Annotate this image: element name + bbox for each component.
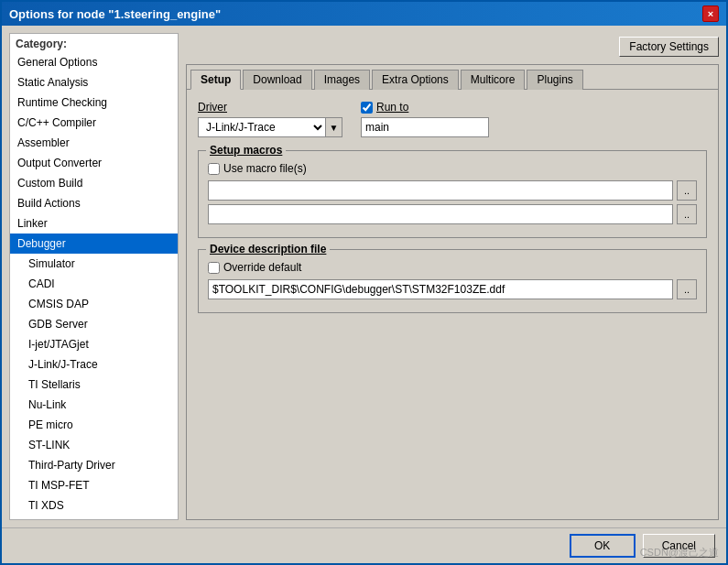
tab-bar: SetupDownloadImagesExtra OptionsMulticor…	[187, 65, 718, 90]
sidebar-item-cadi[interactable]: CADI	[10, 274, 178, 294]
device-desc-content: Override default ..	[208, 261, 697, 299]
sidebar-item-assembler[interactable]: Assembler	[10, 133, 178, 153]
main-dialog: Options for node "1.steering_engine" × C…	[0, 0, 728, 565]
run-to-checkbox[interactable]	[361, 102, 373, 114]
sidebar-item-jlink[interactable]: J-Link/J-Trace	[10, 354, 178, 375]
macro-file2-input[interactable]	[208, 204, 673, 224]
close-button[interactable]: ×	[702, 5, 719, 22]
tab-plugins[interactable]: Plugins	[527, 70, 582, 90]
sidebar-item-pe-micro[interactable]: PE micro	[10, 415, 178, 435]
sidebar-item-ijet[interactable]: I-jet/JTAGjet	[10, 334, 178, 354]
sidebar-item-build-actions[interactable]: Build Actions	[10, 193, 178, 213]
sidebar-item-gdb-server[interactable]: GDB Server	[10, 314, 178, 334]
macro-file2-browse[interactable]: ..	[677, 204, 697, 224]
use-macro-files-checkbox[interactable]	[208, 163, 220, 175]
sidebar-item-third-party[interactable]: Third-Party Driver	[10, 455, 178, 475]
use-macro-files-row: Use macro file(s)	[208, 162, 697, 175]
ok-button[interactable]: OK	[570, 534, 636, 558]
dialog-title: Options for node "1.steering_engine"	[9, 7, 221, 21]
device-desc-path-row: ..	[208, 279, 697, 299]
tab-setup[interactable]: Setup	[190, 70, 241, 90]
driver-dropdown-arrow[interactable]: ▼	[326, 117, 342, 137]
setup-macros-group: Setup macros Use macro file(s) ..	[198, 150, 707, 238]
sidebar-item-runtime-checking[interactable]: Runtime Checking	[10, 92, 178, 113]
device-desc-path-input[interactable]	[208, 279, 673, 299]
setup-macros-content: Use macro file(s) .. ..	[208, 162, 697, 224]
use-macro-files-label: Use macro file(s)	[223, 162, 307, 175]
tab-multicore[interactable]: Multicore	[461, 70, 526, 90]
runmain-col: Run to	[361, 101, 489, 137]
sidebar-item-ti-stellaris[interactable]: TI Stellaris	[10, 375, 178, 395]
run-to-label: Run to	[376, 101, 408, 114]
dialog-footer: OK Cancel	[2, 527, 726, 563]
device-desc-browse[interactable]: ..	[677, 279, 697, 299]
tab-images[interactable]: Images	[314, 70, 370, 90]
driver-runmain-row: Driver J-Link/J-Trace ▼ Run	[198, 101, 707, 137]
watermark: CSDN@渡己之道	[640, 546, 719, 560]
factory-row: Factory Settings	[186, 33, 719, 59]
macro-file2-row: ..	[208, 204, 697, 224]
macro-file1-input[interactable]	[208, 180, 673, 201]
macro-file1-browse[interactable]: ..	[677, 180, 697, 201]
sidebar-item-simulator[interactable]: Simulator	[10, 254, 178, 274]
runmain-check-row: Run to	[361, 101, 489, 114]
tab-download[interactable]: Download	[243, 70, 311, 90]
device-desc-title: Device description file	[206, 243, 330, 255]
sidebar-item-linker[interactable]: Linker	[10, 213, 178, 234]
device-desc-group: Device description file Override default…	[198, 249, 707, 313]
sidebar-item-custom-build[interactable]: Custom Build	[10, 173, 178, 193]
setup-macros-title: Setup macros	[206, 144, 286, 157]
driver-col: Driver J-Link/J-Trace ▼	[198, 101, 342, 137]
driver-label: Driver	[198, 101, 342, 114]
tab-extra-options[interactable]: Extra Options	[372, 70, 459, 90]
override-default-row: Override default	[208, 261, 697, 274]
sidebar-item-nu-link[interactable]: Nu-Link	[10, 395, 178, 415]
sidebar-item-debugger[interactable]: Debugger	[10, 234, 178, 254]
tab-content: Driver J-Link/J-Trace ▼ Run	[187, 90, 718, 519]
sidebar: Category: General OptionsStatic Analysis…	[9, 33, 179, 520]
sidebar-item-st-link[interactable]: ST-LINK	[10, 435, 178, 455]
run-to-input[interactable]	[361, 117, 489, 137]
sidebar-item-cpp-compiler[interactable]: C/C++ Compiler	[10, 113, 178, 133]
factory-settings-button[interactable]: Factory Settings	[619, 37, 719, 57]
sidebar-item-output-converter[interactable]: Output Converter	[10, 153, 178, 173]
driver-select[interactable]: J-Link/J-Trace	[198, 117, 326, 137]
title-bar: Options for node "1.steering_engine" ×	[2, 2, 726, 26]
tab-container: SetupDownloadImagesExtra OptionsMulticor…	[186, 64, 719, 520]
macro-file1-row: ..	[208, 180, 697, 201]
sidebar-item-ti-xds[interactable]: TI XDS	[10, 495, 178, 516]
driver-select-row: J-Link/J-Trace ▼	[198, 117, 342, 137]
main-panel: Factory Settings SetupDownloadImagesExtr…	[186, 33, 719, 520]
category-label: Category:	[10, 34, 178, 52]
sidebar-item-general-options[interactable]: General Options	[10, 52, 178, 72]
sidebar-item-static-analysis[interactable]: Static Analysis	[10, 72, 178, 92]
override-default-checkbox[interactable]	[208, 262, 220, 274]
dialog-body: Category: General OptionsStatic Analysis…	[2, 26, 726, 527]
override-default-label: Override default	[223, 261, 301, 274]
sidebar-item-ti-msp-fet[interactable]: TI MSP-FET	[10, 475, 178, 495]
sidebar-item-cmsis-dap[interactable]: CMSIS DAP	[10, 294, 178, 314]
